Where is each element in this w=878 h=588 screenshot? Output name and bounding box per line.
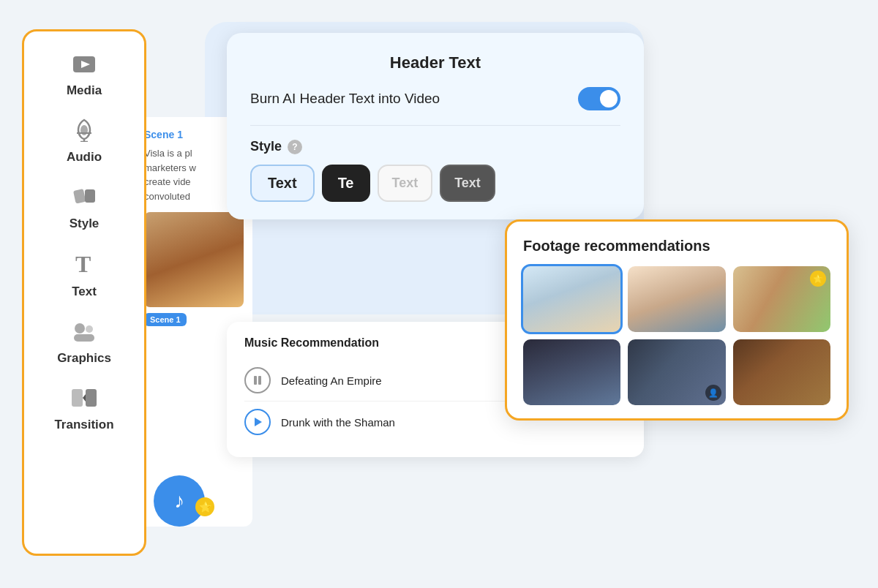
toggle-switch[interactable] xyxy=(578,87,620,110)
divider xyxy=(250,125,620,126)
style-options: Text Te Text Text xyxy=(250,165,620,202)
scene-thumbnail xyxy=(144,212,244,307)
svg-marker-17 xyxy=(255,418,262,426)
footage-recommendations-card: Footage recommendations ⭐ 👤 xyxy=(505,219,849,421)
premium-badge: ⭐ xyxy=(810,271,826,287)
burn-row: Burn AI Header Text into Video xyxy=(250,87,620,110)
style-btn-outline-light[interactable]: Text xyxy=(378,165,433,202)
svg-rect-11 xyxy=(74,334,94,342)
sidebar: Media Audio Style T Text xyxy=(22,29,146,556)
svg-text:T: T xyxy=(75,252,91,276)
svg-rect-7 xyxy=(85,189,95,203)
header-text-title: Header Text xyxy=(250,53,620,72)
footage-thumb-6[interactable] xyxy=(733,339,830,405)
media-icon xyxy=(72,53,97,80)
sidebar-item-transition[interactable]: Transition xyxy=(24,379,144,440)
sidebar-item-style[interactable]: Style xyxy=(24,178,144,238)
svg-rect-16 xyxy=(258,376,261,385)
footage-thumb-1[interactable] xyxy=(523,266,620,332)
help-icon[interactable]: ? xyxy=(288,140,302,154)
graphics-icon xyxy=(71,320,97,348)
svg-rect-12 xyxy=(72,389,83,407)
pause-button-1[interactable] xyxy=(244,367,271,393)
footage-thumb-4[interactable] xyxy=(523,339,620,405)
sidebar-transition-label: Transition xyxy=(54,418,113,432)
svg-point-10 xyxy=(86,325,93,333)
sidebar-item-audio[interactable]: Audio xyxy=(24,111,144,172)
style-row: Style ? xyxy=(250,139,620,154)
svg-marker-14 xyxy=(83,394,86,402)
music-title-1: Defeating An Empire xyxy=(281,374,382,387)
footage-grid: ⭐ 👤 xyxy=(523,266,830,405)
sidebar-graphics-label: Graphics xyxy=(57,351,111,366)
music-note-icon: ♪ xyxy=(174,489,184,513)
svg-point-9 xyxy=(75,323,85,333)
style-icon xyxy=(72,185,97,214)
style-label: Style xyxy=(250,139,282,154)
style-btn-outline-dark[interactable]: Text xyxy=(440,165,495,202)
sidebar-text-label: Text xyxy=(72,284,97,299)
star-badge: ⭐ xyxy=(195,497,214,516)
header-text-card: Header Text Burn AI Header Text into Vid… xyxy=(227,33,644,219)
svg-rect-15 xyxy=(254,376,257,385)
sidebar-item-graphics[interactable]: Graphics xyxy=(24,312,144,373)
svg-rect-6 xyxy=(73,189,86,204)
style-btn-dark[interactable]: Te xyxy=(322,165,370,202)
svg-rect-13 xyxy=(86,389,97,407)
sidebar-media-label: Media xyxy=(67,83,102,98)
footage-thumb-2[interactable] xyxy=(628,266,725,332)
sidebar-item-media[interactable]: Media xyxy=(24,46,144,105)
transition-icon xyxy=(71,386,97,415)
sidebar-audio-label: Audio xyxy=(67,150,102,165)
music-title-2: Drunk with the Shaman xyxy=(281,416,395,429)
scene-badge: Scene 1 xyxy=(144,313,187,326)
style-btn-light[interactable]: Text xyxy=(250,165,315,202)
play-button-2[interactable] xyxy=(244,409,271,435)
audio-icon xyxy=(74,118,94,147)
burn-label: Burn AI Header Text into Video xyxy=(250,91,440,107)
text-icon: T xyxy=(74,252,94,282)
person-badge: 👤 xyxy=(705,385,721,401)
footage-card-title: Footage recommendations xyxy=(523,238,830,255)
sidebar-item-text[interactable]: T Text xyxy=(24,244,144,306)
footage-thumb-3[interactable]: ⭐ xyxy=(733,266,830,332)
sidebar-style-label: Style xyxy=(70,216,100,231)
footage-thumb-5[interactable]: 👤 xyxy=(628,339,725,405)
